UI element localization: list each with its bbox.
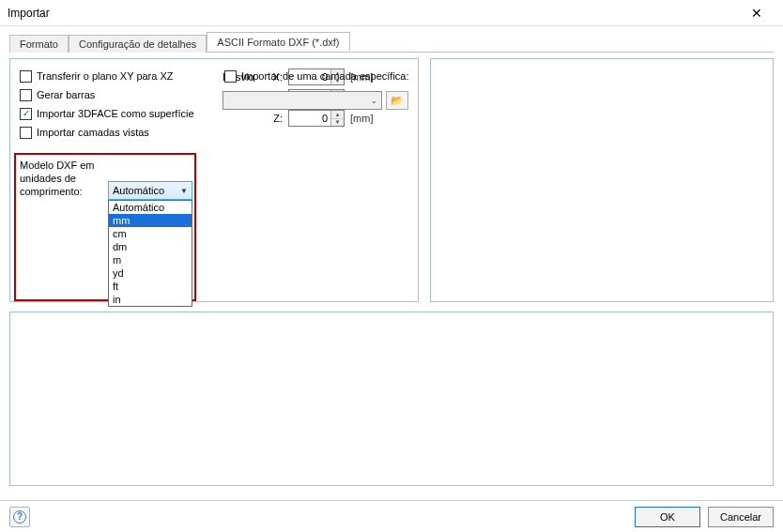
desvio-z-value[interactable]: [289, 111, 330, 126]
panel-preview: [430, 58, 774, 302]
checkbox-label: Transferir o plano XY para XZ: [37, 70, 174, 82]
chevron-down-icon: ▼: [180, 187, 188, 195]
checkbox-icon: [20, 70, 32, 83]
units-option[interactable]: yd: [109, 266, 192, 280]
unit-label: [mm]: [350, 113, 373, 124]
checkbox-import-specific-layer[interactable]: Importar de uma camada específica:: [223, 67, 409, 85]
units-option[interactable]: ft: [109, 280, 192, 293]
units-combo[interactable]: Automático ▼: [108, 181, 192, 200]
tab-ascii-dxf[interactable]: ASCII Formato DXF (*.dxf): [207, 32, 349, 52]
units-label: Modelo DXF em unidades de comprimento:: [20, 159, 102, 198]
tab-config-detalhes[interactable]: Configuração de detalhes: [69, 35, 207, 53]
chevron-down-icon: ⌄: [371, 97, 377, 105]
layer-combo[interactable]: ⌄: [223, 91, 382, 110]
folder-icon: 📂: [391, 95, 404, 107]
checkbox-label: Importar camadas vistas: [37, 127, 149, 138]
units-option[interactable]: Automático: [109, 201, 192, 214]
checkbox-icon: [20, 127, 32, 139]
close-button[interactable]: ✕: [738, 6, 775, 21]
ok-button[interactable]: OK: [635, 507, 700, 527]
tab-formato[interactable]: Formato: [9, 35, 69, 53]
help-button[interactable]: ?: [9, 507, 30, 527]
panel-options: Transferir o plano XY para XZ Gerar barr…: [9, 58, 419, 302]
units-combo-list[interactable]: Automático mm cm dm m yd ft in: [108, 200, 192, 307]
checkbox-icon: [20, 108, 32, 120]
units-combo-value: Automático: [113, 185, 164, 196]
units-option[interactable]: cm: [109, 227, 192, 240]
tab-strip: Formato Configuração de detalhes ASCII F…: [9, 32, 774, 53]
desvio-z-input[interactable]: ▲ ▼: [288, 110, 345, 127]
axis-label-z: Z:: [269, 113, 283, 124]
spinner-up-icon[interactable]: ▲: [331, 111, 344, 119]
checkbox-label: Gerar barras: [37, 89, 95, 100]
browse-button[interactable]: 📂: [386, 91, 408, 110]
spinner-down-icon[interactable]: ▼: [331, 119, 344, 127]
units-option[interactable]: mm: [109, 214, 192, 227]
checkbox-icon: [20, 89, 32, 101]
panel-bottom: [9, 312, 774, 486]
help-icon: ?: [13, 510, 26, 524]
units-option[interactable]: m: [109, 253, 192, 266]
window-title: Importar: [8, 7, 50, 20]
checkbox-label: Importar 3DFACE como superfície: [37, 108, 194, 119]
units-option[interactable]: dm: [109, 240, 192, 253]
cancel-button[interactable]: Cancelar: [708, 507, 774, 527]
units-option[interactable]: in: [109, 293, 192, 306]
checkbox-icon: [224, 70, 237, 83]
checkbox-label: Importar de uma camada específica:: [241, 70, 409, 82]
